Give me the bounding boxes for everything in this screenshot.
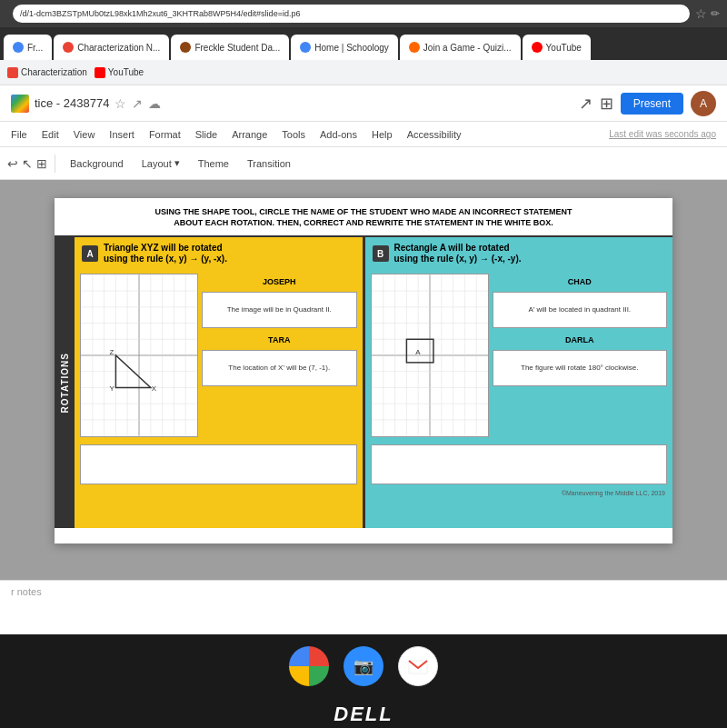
- address-bar[interactable]: /d/1-dcm3BZSTpMUb0tzL98xk1Mh2xut6_3KHTRa…: [13, 5, 690, 23]
- col-a-answers: JOSEPH The image will be in Quadrant II.…: [202, 274, 357, 437]
- theme-button[interactable]: Theme: [191, 155, 236, 172]
- col-b-header: B Rectangle A will be rotated using the …: [365, 237, 673, 270]
- tab-label-quizzi: Join a Game - Quizi...: [423, 43, 512, 53]
- bookmark-youtube[interactable]: YouTube: [95, 67, 144, 78]
- col-a-student2-box: The location of X' will be (7, -1).: [202, 350, 357, 386]
- menu-bar: File Edit View Insert Format Slide Arran…: [0, 122, 727, 147]
- gmail-svg: [405, 653, 431, 679]
- col-a-student1-name: JOSEPH: [202, 277, 357, 286]
- svg-text:A: A: [415, 348, 421, 356]
- cursor-icon[interactable]: ↖: [22, 156, 33, 171]
- column-a: ROTATIONS A Triangle XYZ will be rotated…: [55, 237, 365, 528]
- col-b-student1-box: A' will be located in quadrant III.: [493, 292, 668, 328]
- bookmark-label-char: Characterization: [21, 67, 87, 77]
- menu-accessibility[interactable]: Accessibility: [407, 129, 462, 140]
- bookmark-icon-youtube: [95, 67, 105, 78]
- trending-icon[interactable]: ↗: [579, 94, 593, 114]
- menu-insert[interactable]: Insert: [109, 129, 134, 140]
- tab-quizzi[interactable]: Join a Game - Quizi...: [400, 35, 521, 60]
- col-a-label: A: [82, 245, 98, 262]
- move-icon[interactable]: ↗: [132, 96, 143, 111]
- browser-chrome: /d/1-dcm3BZSTpMUb0tzL98xk1Mh2xut6_3KHTRa…: [0, 0, 727, 27]
- present-button[interactable]: Present: [621, 93, 683, 115]
- tab-icon-freckle: [180, 42, 191, 53]
- col-b-student2-name: DARLA: [493, 335, 668, 344]
- col-a-content: Z Y X JOSEPH The image will be in Quadra…: [75, 270, 363, 441]
- tab-youtube[interactable]: YouTube: [523, 35, 591, 60]
- col-a-grid-svg: Z Y X: [81, 274, 197, 436]
- grid-icon[interactable]: ⊞: [600, 94, 613, 114]
- tab-fr[interactable]: Fr...: [4, 35, 52, 60]
- dell-text: DELL: [334, 703, 393, 726]
- taskbar-chrome-icon[interactable]: [289, 646, 329, 686]
- dell-logo-bar: DELL: [0, 698, 727, 728]
- star-title-icon[interactable]: ☆: [115, 96, 126, 111]
- menu-addons[interactable]: Add-ons: [320, 129, 357, 140]
- col-a-title-line2: using the rule (x, y) → (y, -x).: [104, 254, 227, 264]
- col-a-graph: Z Y X: [80, 274, 198, 437]
- tab-icon-char: [63, 42, 74, 53]
- avatar[interactable]: A: [691, 91, 716, 116]
- menu-arrange[interactable]: Arrange: [232, 129, 267, 140]
- bookmark-characterization[interactable]: Characterization: [7, 67, 87, 78]
- copyright: ©Maneuvering the Middle LLC, 2019: [365, 488, 673, 498]
- layout-button[interactable]: Layout ▾: [134, 155, 187, 172]
- notes-area[interactable]: r notes: [0, 580, 727, 634]
- menu-file[interactable]: File: [11, 129, 27, 140]
- col-b-write-box[interactable]: [371, 444, 668, 484]
- slides-icon: [11, 95, 29, 113]
- menu-edit[interactable]: Edit: [42, 129, 59, 140]
- taskbar-zoom-icon[interactable]: 📷: [344, 646, 383, 686]
- instruction-line1: USING THE SHAPE TOOL, CIRCLE THE NAME OF…: [69, 207, 658, 218]
- col-a-student1-box: The image will be in Quadrant II.: [202, 292, 357, 328]
- taskbar: 📷: [0, 634, 727, 698]
- menu-tools[interactable]: Tools: [282, 129, 305, 140]
- edit-icon[interactable]: ✏: [711, 7, 720, 20]
- slide[interactable]: USING THE SHAPE TOOL, CIRCLE THE NAME OF…: [55, 198, 672, 544]
- tab-characterization[interactable]: Characterization N...: [54, 35, 169, 60]
- bookmark-icon-char: [7, 67, 18, 78]
- svg-text:Y: Y: [110, 385, 115, 394]
- notes-placeholder: r notes: [11, 586, 42, 597]
- col-b-grid-svg: A: [372, 274, 488, 436]
- tab-freckle[interactable]: Freckle Student Da...: [171, 35, 289, 60]
- col-b-student1-name: CHAD: [493, 277, 668, 286]
- cloud-icon[interactable]: ☁: [148, 96, 161, 111]
- tab-schoology[interactable]: Home | Schoology: [291, 35, 398, 60]
- col-b-title-line2: using the rule (x, y) → (-x, -y).: [394, 254, 522, 264]
- app-header: tice - 2438774 ☆ ↗ ☁ ↗ ⊞ Present A: [0, 85, 727, 122]
- menu-view[interactable]: View: [74, 129, 95, 140]
- col-b-title: Rectangle A will be rotated using the ru…: [394, 243, 522, 264]
- col-b-label: B: [373, 245, 389, 262]
- transition-label: Transition: [247, 158, 291, 169]
- taskbar-gmail-icon[interactable]: [398, 646, 438, 686]
- col-a-student2-name: TARA: [202, 335, 357, 344]
- tab-label-fr: Fr...: [27, 43, 43, 53]
- zoom-camera-icon: 📷: [354, 656, 373, 676]
- app-title: tice - 2438774: [35, 96, 109, 110]
- theme-label: Theme: [198, 158, 229, 169]
- address-text: /d/1-dcm3BZSTpMUb0tzL98xk1Mh2xut6_3KHTRa…: [20, 9, 300, 18]
- toolbar: ↩ ↖ ⊞ Background Layout ▾ Theme Transiti…: [0, 147, 727, 180]
- menu-help[interactable]: Help: [372, 129, 393, 140]
- instruction-line2: ABOUT EACH ROTATION. THEN, CORRECT AND R…: [69, 218, 658, 229]
- toolbar-divider-1: [55, 155, 55, 173]
- transition-button[interactable]: Transition: [240, 155, 298, 172]
- header-actions: ↗ ⊞ Present A: [579, 91, 716, 116]
- tabs-bar: Fr... Characterization N... Freckle Stud…: [0, 27, 727, 60]
- bookmark-label-youtube: YouTube: [108, 67, 144, 77]
- undo-icon[interactable]: ↩: [7, 156, 18, 171]
- col-a-write-box[interactable]: [80, 444, 357, 484]
- background-label: Background: [70, 158, 124, 169]
- layout-label: Layout: [142, 158, 172, 169]
- tab-icon-schoology: [300, 42, 311, 53]
- star-icon[interactable]: ☆: [695, 6, 707, 21]
- tab-label-freckle: Freckle Student Da...: [194, 43, 280, 53]
- menu-slide[interactable]: Slide: [195, 129, 217, 140]
- svg-text:Z: Z: [110, 348, 115, 356]
- menu-format[interactable]: Format: [149, 129, 181, 140]
- add-icon[interactable]: ⊞: [36, 156, 47, 171]
- background-button[interactable]: Background: [63, 155, 131, 172]
- tab-label-schoology: Home | Schoology: [314, 43, 389, 53]
- rotations-label-container: ROTATIONS: [55, 237, 75, 528]
